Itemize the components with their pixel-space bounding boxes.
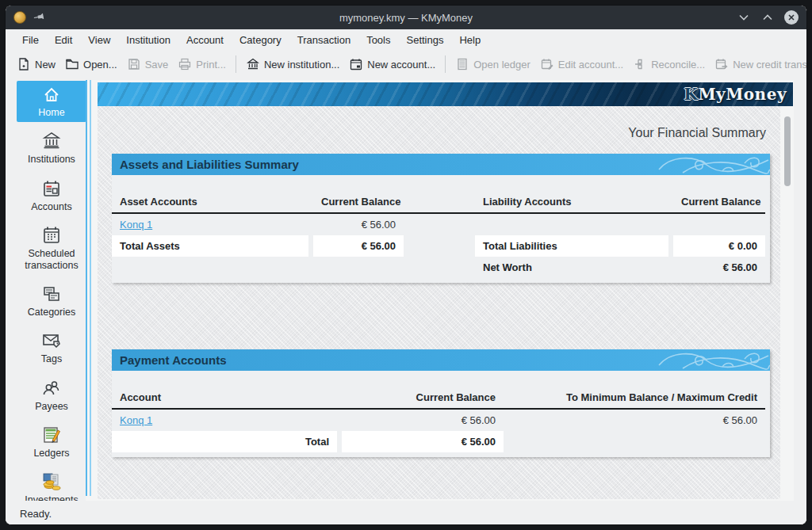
sidebar-item-label: Investments [25, 494, 78, 501]
column-header: To Minimum Balance / Maximum Credit [508, 387, 765, 408]
menu-view[interactable]: View [81, 32, 117, 48]
new-account-button[interactable]: New account... [344, 55, 440, 74]
ledger-icon [455, 57, 469, 71]
sidebar: Home Institutions Accounts Scheduled tra… [17, 81, 86, 501]
toolbar-label: Reconcile... [651, 59, 705, 71]
window-title: mymoney.kmy — KMyMoney [6, 12, 806, 24]
menu-institution[interactable]: Institution [119, 32, 178, 48]
scrollbar-thumb[interactable] [784, 116, 791, 186]
status-text: Ready. [20, 508, 52, 520]
column-header: Liability Accounts [475, 192, 668, 212]
column-header: Current Balance [313, 192, 404, 212]
column-header: Asset Accounts [112, 192, 308, 212]
home-page: Your Financial Summary Assets and Liabil… [98, 106, 780, 499]
edit-account-button[interactable]: Edit account... [535, 55, 628, 74]
sidebar-item-accounts[interactable]: Accounts [17, 173, 86, 216]
page-title: Your Financial Summary [98, 126, 766, 140]
view-focus-border [86, 80, 87, 496]
total-liabilities-value: € 0.00 [673, 235, 765, 257]
categories-icon [41, 284, 62, 304]
menu-settings[interactable]: Settings [400, 32, 451, 48]
minimize-button[interactable] [737, 10, 751, 25]
kmymoney-logo: KMyMoney [684, 85, 787, 104]
payment-accounts-header: Payment Accounts [112, 349, 770, 371]
account-balance: € 56.00 [313, 214, 404, 235]
assets-liabilities-panel: Assets and Liabilities Summary [112, 154, 770, 283]
toolbar-label: Edit account... [558, 59, 623, 71]
total-value: € 56.00 [342, 431, 504, 452]
open-ledger-button[interactable]: Open ledger [450, 55, 535, 74]
toolbar: New Open... Save Print... New institutio… [6, 51, 806, 78]
titlebar[interactable]: mymoney.kmy — KMyMoney [6, 6, 806, 29]
toolbar-label: Save [145, 59, 169, 71]
accounts-icon [41, 178, 62, 199]
home-icon [41, 86, 62, 105]
payment-accounts-panel: Payment Accounts Account [112, 349, 770, 457]
sidebar-item-label: Institutions [28, 154, 75, 165]
sidebar-item-label: Scheduled transactions [18, 248, 85, 271]
flourish-decoration [651, 154, 770, 175]
scheduled-transactions-icon [41, 225, 62, 246]
sidebar-item-home[interactable]: Home [17, 81, 86, 122]
sidebar-item-institutions[interactable]: Institutions [17, 126, 86, 169]
toolbar-label: New credit transfer [733, 59, 807, 71]
open-folder-icon [65, 57, 79, 71]
net-worth-value: € 56.00 [673, 257, 765, 278]
column-header: Current Balance [673, 192, 765, 212]
sidebar-item-ledgers[interactable]: Ledgers [17, 420, 86, 463]
sidebar-item-payees[interactable]: Payees [17, 373, 86, 416]
app-window: mymoney.kmy — KMyMoney File Edit View In… [5, 5, 807, 525]
account-balance: € 56.00 [342, 410, 504, 431]
menu-category[interactable]: Category [232, 32, 289, 48]
total-liabilities-label: Total Liabilities [475, 235, 668, 257]
table-row-account: Konq 1 [112, 214, 308, 235]
flourish-decoration [651, 349, 770, 371]
institutions-icon [41, 131, 62, 151]
toolbar-label: Open... [83, 59, 117, 71]
column-header: Account [112, 387, 337, 408]
pin-icon[interactable] [32, 10, 46, 25]
sidebar-item-label: Home [38, 107, 64, 118]
close-button[interactable] [784, 10, 799, 25]
sidebar-item-scheduled-transactions[interactable]: Scheduled transactions [17, 220, 86, 275]
total-assets-value: € 56.00 [313, 235, 404, 257]
new-credit-transfer-button[interactable]: New credit transfer [710, 55, 807, 74]
sidebar-item-label: Categories [28, 307, 75, 318]
sidebar-item-tags[interactable]: Tags [17, 326, 86, 368]
save-button[interactable]: Save [122, 55, 174, 74]
menu-help[interactable]: Help [452, 32, 488, 48]
toolbar-separator [445, 55, 446, 73]
total-label: Total [112, 431, 337, 452]
reconcile-button[interactable]: Reconcile... [628, 55, 710, 74]
print-button[interactable]: Print... [173, 55, 231, 74]
open-button[interactable]: Open... [60, 55, 122, 74]
payees-icon [41, 378, 62, 398]
menu-account[interactable]: Account [179, 32, 231, 48]
home-view: KMyMoney Your Financial Summary Assets a… [86, 80, 794, 501]
assets-liabilities-table: Asset Accounts Current Balance Liability… [112, 175, 770, 283]
menubar: File Edit View Institution Account Categ… [6, 29, 806, 51]
menu-tools[interactable]: Tools [359, 32, 397, 48]
sidebar-item-investments[interactable]: Investments [17, 467, 86, 501]
section-title: Payment Accounts [120, 353, 226, 367]
sidebar-item-categories[interactable]: Categories [17, 279, 86, 322]
section-title: Assets and Liabilities Summary [120, 158, 299, 171]
kmymoney-coin-icon [13, 11, 26, 24]
main-area: Home Institutions Accounts Scheduled tra… [6, 78, 806, 502]
assets-liabilities-header: Assets and Liabilities Summary [112, 154, 770, 175]
account-link[interactable]: Konq 1 [120, 219, 152, 231]
maximize-button[interactable] [760, 10, 775, 25]
menu-transaction[interactable]: Transaction [290, 32, 358, 48]
menu-file[interactable]: File [15, 32, 46, 48]
toolbar-label: New institution... [264, 59, 339, 71]
save-floppy-icon [127, 57, 141, 71]
new-institution-button[interactable]: New institution... [241, 55, 344, 74]
scrollbar[interactable] [783, 110, 791, 498]
column-header: Current Balance [342, 387, 504, 408]
menu-edit[interactable]: Edit [48, 32, 79, 48]
kmymoney-banner: KMyMoney [98, 82, 793, 106]
table-row-account: Konq 1 [112, 410, 337, 431]
new-button[interactable]: New [12, 55, 60, 74]
account-link[interactable]: Konq 1 [120, 414, 152, 426]
new-document-icon [17, 57, 31, 71]
